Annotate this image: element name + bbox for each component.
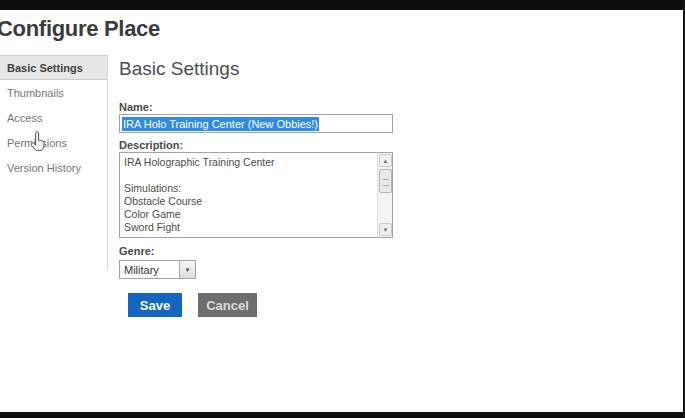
sidebar-item-basic-settings[interactable]: Basic Settings (0, 55, 107, 80)
cancel-button[interactable]: Cancel (198, 293, 257, 317)
scrollbar-thumb[interactable] (379, 169, 392, 193)
description-scrollbar[interactable]: ▲ ▼ (377, 153, 392, 237)
name-label: Name: (119, 101, 153, 113)
bottom-frame-bar (0, 412, 685, 418)
sidebar-item-permissions[interactable]: Permissions (0, 130, 107, 155)
description-label: Description: (119, 139, 183, 151)
scroll-up-icon[interactable]: ▲ (379, 154, 392, 167)
sidebar-item-label: Version History (7, 162, 81, 174)
sidebar-item-label: Basic Settings (7, 62, 83, 74)
description-textarea[interactable]: IRA Holographic Training Center Simulati… (119, 152, 393, 238)
sidebar-item-label: Permissions (7, 137, 67, 149)
sidebar-item-label: Thumbnails (7, 87, 64, 99)
settings-sidebar: Basic Settings Thumbnails Access Permiss… (0, 55, 107, 180)
genre-label: Genre: (119, 245, 154, 257)
sidebar-item-label: Access (7, 112, 42, 124)
page-title: Configure Place (0, 16, 160, 42)
genre-selected-value: Military (120, 264, 179, 276)
name-input-selected-text: IRA Holo Training Center (New Obbies!) (122, 117, 319, 131)
name-input[interactable]: IRA Holo Training Center (New Obbies!) (119, 114, 393, 133)
save-button[interactable]: Save (128, 293, 182, 317)
top-frame-bar (0, 0, 685, 10)
section-heading: Basic Settings (119, 58, 239, 80)
genre-dropdown[interactable]: Military ▼ (119, 260, 196, 279)
scroll-down-icon[interactable]: ▼ (379, 223, 392, 236)
sidebar-item-thumbnails[interactable]: Thumbnails (0, 80, 107, 105)
sidebar-item-access[interactable]: Access (0, 105, 107, 130)
sidebar-item-version-history[interactable]: Version History (0, 155, 107, 180)
sidebar-divider (107, 55, 108, 270)
description-text: IRA Holographic Training Center Simulati… (120, 153, 377, 237)
chevron-down-icon: ▼ (179, 261, 195, 278)
